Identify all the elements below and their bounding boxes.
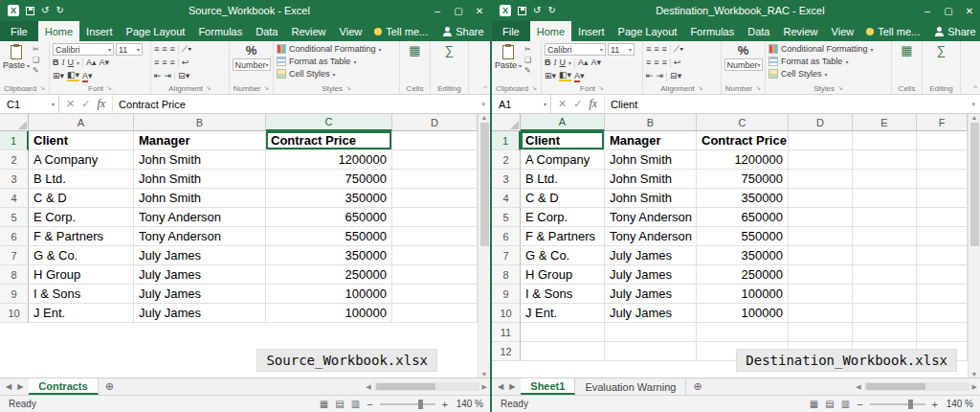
cell-a1[interactable]: Client xyxy=(521,131,605,150)
dialog-launcher-icon[interactable]: ↘ xyxy=(345,84,351,92)
scroll-right-icon[interactable]: ▶ xyxy=(972,383,977,391)
cell-c5[interactable]: 650000 xyxy=(266,208,392,227)
dialog-launcher-icon[interactable]: ↘ xyxy=(39,84,45,92)
cell-a9[interactable]: I & Sons xyxy=(29,285,134,304)
format-painter-icon[interactable]: ✎ xyxy=(33,66,39,75)
collapse-ribbon-icon[interactable]: ^ xyxy=(483,83,487,92)
row-header-6[interactable]: 6 xyxy=(492,227,521,246)
align-top-icon[interactable]: ≡ xyxy=(646,45,651,54)
align-right-icon[interactable]: ≡ xyxy=(170,58,175,67)
cell-f10[interactable] xyxy=(917,304,968,323)
horizontal-scrollbar[interactable]: ◀▶ xyxy=(366,378,490,395)
wrap-text-icon[interactable]: ↩ xyxy=(182,58,189,67)
row-header-12[interactable]: 12 xyxy=(492,342,521,361)
save-icon[interactable] xyxy=(26,7,34,15)
column-header-b[interactable]: B xyxy=(134,114,266,131)
scroll-up-icon[interactable]: ▲ xyxy=(481,114,488,121)
increase-indent-icon[interactable]: ⇥ xyxy=(657,72,664,80)
row-header-7[interactable]: 7 xyxy=(0,246,29,265)
row-header-10[interactable]: 10 xyxy=(492,304,521,323)
scroll-down-icon[interactable]: ▼ xyxy=(971,371,978,378)
cell-b11[interactable] xyxy=(605,323,697,342)
cell-f4[interactable] xyxy=(917,189,968,208)
cell-a1[interactable]: Client xyxy=(29,131,134,150)
cell-c8[interactable]: 250000 xyxy=(266,265,392,285)
decrease-indent-icon[interactable]: ⇤ xyxy=(154,72,162,80)
align-middle-icon[interactable]: ≡ xyxy=(162,45,167,54)
column-header-b[interactable]: B xyxy=(605,114,697,131)
font-name-select[interactable]: Calibri▾ xyxy=(53,43,114,56)
row-header-6[interactable]: 6 xyxy=(0,227,29,246)
cell-d5[interactable] xyxy=(789,208,853,227)
cell-f2[interactable] xyxy=(917,150,968,170)
cell-d7[interactable] xyxy=(789,246,853,265)
cell-b3[interactable]: John Smith xyxy=(134,170,266,189)
dialog-launcher-icon[interactable]: ↘ xyxy=(698,84,703,92)
insert-function-icon[interactable]: fx xyxy=(97,97,105,111)
dialog-launcher-icon[interactable]: ↘ xyxy=(598,84,604,92)
select-all-corner[interactable] xyxy=(0,114,29,131)
cell-d4[interactable] xyxy=(392,189,478,208)
cell-c5[interactable]: 650000 xyxy=(697,208,789,227)
cell-c3[interactable]: 750000 xyxy=(266,170,392,189)
cell-d2[interactable] xyxy=(789,150,853,170)
tell-me-box[interactable]: Tell me... xyxy=(368,21,434,41)
column-header-d[interactable]: D xyxy=(392,114,478,131)
cell-d6[interactable] xyxy=(789,227,853,246)
hscroll-thumb[interactable] xyxy=(866,383,925,390)
shrink-font-button[interactable]: A▾ xyxy=(100,58,110,67)
sheet-tab-evaluation-warning[interactable]: Evaluation Warning xyxy=(575,378,686,395)
cell-b3[interactable]: John Smith xyxy=(605,170,697,189)
cell-a7[interactable]: G & Co. xyxy=(521,246,605,265)
scroll-right-icon[interactable]: ▶ xyxy=(482,383,487,391)
cell-c11[interactable] xyxy=(697,323,789,342)
cell-c4[interactable]: 350000 xyxy=(266,189,392,208)
ribbon-tab-review[interactable]: Review xyxy=(776,21,824,41)
cell-b1[interactable]: Manager xyxy=(605,131,697,150)
page-break-view-icon[interactable]: ▥ xyxy=(841,399,850,409)
minimize-button[interactable]: – xyxy=(427,6,448,16)
name-box[interactable]: A1▾ xyxy=(492,95,551,113)
underline-button[interactable]: U xyxy=(560,58,567,67)
row-header-1[interactable]: 1 xyxy=(0,131,29,150)
cell-a4[interactable]: C & D xyxy=(29,189,134,208)
zoom-level[interactable]: 140 % xyxy=(455,399,483,409)
dialog-launcher-icon[interactable]: ↘ xyxy=(106,84,112,92)
scroll-left-icon[interactable]: ◀ xyxy=(856,383,860,391)
cell-b12[interactable] xyxy=(605,342,697,361)
cell-f7[interactable] xyxy=(917,246,968,265)
enter-icon[interactable]: ✓ xyxy=(573,98,582,110)
cell-c10[interactable]: 100000 xyxy=(697,304,789,323)
cell-a10[interactable]: J Ent. xyxy=(521,304,605,323)
save-icon[interactable] xyxy=(518,7,526,15)
cell-b6[interactable]: Tony Anderson xyxy=(605,227,697,246)
cell-f8[interactable] xyxy=(917,265,968,285)
italic-button[interactable]: I xyxy=(62,58,65,67)
number-format-select[interactable]: Number▾ xyxy=(233,58,271,71)
cell-d9[interactable] xyxy=(789,285,853,304)
cell-c1[interactable]: Contract Price xyxy=(266,131,392,150)
cell-d5[interactable] xyxy=(392,208,478,227)
zoom-slider-thumb[interactable] xyxy=(418,400,423,409)
zoom-slider[interactable] xyxy=(870,403,925,405)
cell-a5[interactable]: E Corp. xyxy=(29,208,134,227)
next-sheet-icon[interactable]: ▶ xyxy=(17,382,23,391)
minimize-button[interactable]: – xyxy=(917,6,938,16)
align-left-icon[interactable]: ≡ xyxy=(646,58,651,67)
cell-b9[interactable]: July James xyxy=(134,285,266,304)
ribbon-tab-home[interactable]: Home xyxy=(38,21,79,41)
merge-center-icon[interactable]: ⊟▾ xyxy=(670,72,681,80)
orientation-icon[interactable]: ⟋▾ xyxy=(182,45,192,54)
conditional-formatting-button[interactable]: Conditional Formatting▾ xyxy=(277,43,396,55)
cell-b1[interactable]: Manager xyxy=(134,131,266,150)
cell-b8[interactable]: July James xyxy=(134,265,266,285)
cell-a4[interactable]: C & D xyxy=(521,189,605,208)
row-header-2[interactable]: 2 xyxy=(0,150,29,170)
cell-c2[interactable]: 1200000 xyxy=(697,150,789,170)
normal-view-icon[interactable]: ▦ xyxy=(320,399,328,409)
cell-e6[interactable] xyxy=(853,227,917,246)
row-header-5[interactable]: 5 xyxy=(492,208,521,227)
column-header-a[interactable]: A xyxy=(29,114,134,131)
bold-button[interactable]: B xyxy=(545,58,551,67)
cell-d9[interactable] xyxy=(392,285,478,304)
